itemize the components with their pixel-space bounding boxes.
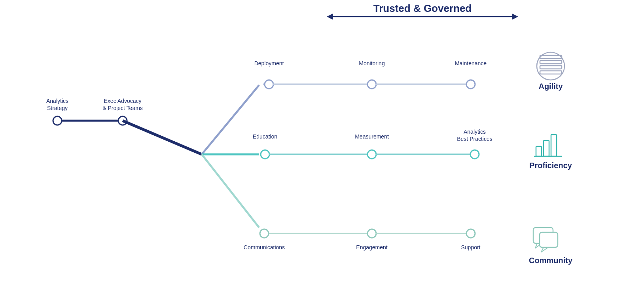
- svg-rect-6: [540, 66, 562, 69]
- best-practices-label2: Best Practices: [457, 136, 492, 142]
- analytics-strategy-label2: Strategy: [47, 105, 68, 111]
- agility-branch-line: [202, 85, 259, 154]
- communications-node: [260, 229, 269, 238]
- svg-rect-9: [536, 146, 542, 156]
- deployment-node: [265, 80, 273, 89]
- exec-advocacy-label1: Exec Advocacy: [104, 98, 142, 104]
- svg-marker-16: [541, 247, 548, 252]
- svg-rect-5: [540, 61, 562, 64]
- education-label: Education: [253, 133, 277, 140]
- community-label: Community: [529, 256, 573, 265]
- svg-rect-11: [551, 135, 557, 156]
- svg-rect-7: [540, 71, 562, 74]
- svg-rect-4: [540, 55, 562, 59]
- support-label: Support: [461, 244, 480, 250]
- maintenance-label: Maintenance: [455, 60, 487, 66]
- svg-marker-2: [512, 13, 518, 20]
- exec-advocacy-label2: & Project Teams: [102, 105, 143, 111]
- analytics-strategy-label: Analytics: [46, 98, 68, 104]
- monitoring-label: Monitoring: [359, 60, 385, 66]
- measurement-label: Measurement: [355, 133, 389, 140]
- main-trunk-line: [123, 121, 202, 154]
- svg-marker-1: [327, 13, 333, 20]
- deployment-label: Deployment: [254, 60, 284, 66]
- maintenance-node: [466, 80, 475, 89]
- community-branch-line: [202, 154, 259, 228]
- agility-label: Agility: [538, 82, 563, 91]
- measurement-node: [367, 150, 376, 159]
- community-icon: [533, 228, 558, 252]
- proficiency-label: Proficiency: [529, 161, 572, 170]
- best-practices-label1: Analytics: [464, 129, 486, 135]
- engagement-label: Engagement: [356, 244, 388, 250]
- analytics-strategy-node: [53, 116, 62, 125]
- svg-rect-10: [544, 140, 549, 156]
- support-node: [466, 229, 475, 238]
- agility-icon: [537, 52, 564, 80]
- communications-label: Communications: [244, 244, 285, 250]
- engagement-node: [367, 229, 376, 238]
- education-node: [261, 150, 269, 159]
- proficiency-icon: [534, 135, 562, 156]
- trusted-governed-title: Trusted & Governed: [373, 2, 472, 14]
- svg-rect-15: [540, 232, 558, 247]
- monitoring-node: [367, 80, 376, 89]
- best-practices-node: [470, 150, 479, 159]
